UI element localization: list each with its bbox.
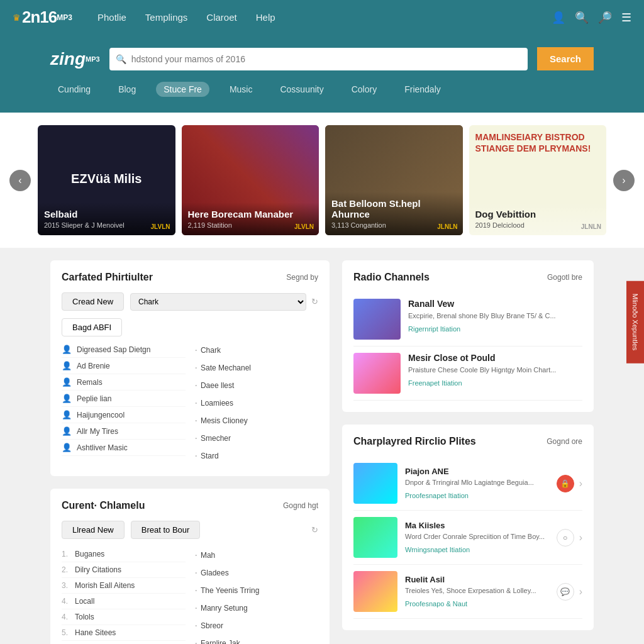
carousel-right-arrow[interactable]: ›	[613, 170, 635, 191]
tab-blog[interactable]: Blog	[111, 82, 143, 97]
carfated-content: 👤Digreased Sap Dietgn 👤Ad Brenie 👤Remals…	[62, 341, 318, 465]
radio-action[interactable]: Gogotl bre	[547, 273, 582, 282]
carfated-dropdown[interactable]: Chark	[130, 293, 306, 311]
current-chart-title: Curent· Chlamelu	[62, 500, 145, 511]
tab-stucefre[interactable]: Stuce Fre	[156, 82, 209, 97]
chart-item-3: Ruelit Asil Treioles Yeš, Shoce Exrpesat…	[353, 565, 582, 619]
list-item: 👤Remals	[62, 374, 186, 391]
user-icon[interactable]: 👤	[552, 11, 565, 25]
chart-arrow-2[interactable]: ›	[579, 532, 582, 543]
radio-item-link-2[interactable]: Freenapet Itiation	[408, 379, 462, 387]
radio-item-2: Mesir Close ot Pould Praisture Chese Coo…	[353, 347, 582, 401]
carfated-dropdown-row: Chark ↻	[130, 292, 318, 311]
carousel-inner: EZVüä Milis Selbaid 2015 Slieper & J Men…	[0, 125, 644, 235]
user-icon: 👤	[62, 394, 72, 403]
hero-tabs: Cunding Blog Stuce Fre Music Cossuunity …	[50, 82, 594, 97]
search-button[interactable]: Search	[537, 47, 594, 70]
list-item: 2.Dilry Citations	[62, 562, 186, 578]
carousel-card-1[interactable]: EZVüä Milis Selbaid 2015 Slieper & J Men…	[38, 125, 175, 235]
nav-templings[interactable]: Templings	[145, 12, 188, 23]
search2-icon[interactable]: 🔎	[598, 11, 612, 25]
radio-item-1: Ranall Vew Excpirie, Brenal shone Bly Bl…	[353, 292, 582, 347]
chart-item-desc-3: Treioles Yeš, Shoce Exrpesation & Lolley…	[405, 586, 549, 596]
menu-icon[interactable]: ☰	[621, 11, 631, 25]
chart-refresh-icon[interactable]: ↻	[311, 525, 318, 535]
logo-text: 2n16	[22, 8, 57, 27]
list-item: Gladees	[195, 564, 319, 582]
list-item: 👤Ashtliver Masic	[62, 440, 186, 456]
circle-icon[interactable]: ○	[557, 529, 574, 547]
chart-col1: 1.Buganes 2.Dilry Citations 3.Morish Eal…	[62, 547, 186, 644]
list-item: 4.Tolols	[62, 609, 186, 625]
nav-help[interactable]: Help	[256, 12, 275, 23]
zing-logo-text: zing	[50, 49, 86, 69]
list-item: Manry Setung	[195, 599, 319, 617]
card1-overlay: Selbaid 2015 Slieper & J Menoivel	[38, 203, 175, 235]
list-item: Farnlire Jak	[195, 635, 319, 644]
charplayed-panel: Charplayred Rirclio Plites Gognd ore Pia…	[342, 425, 594, 630]
nav-claroet[interactable]: Claroet	[206, 12, 236, 23]
list-item: Chark	[195, 341, 319, 359]
carfated-tab2[interactable]: Bagd ABFI	[62, 318, 122, 336]
carousel-left-arrow[interactable]: ‹	[9, 170, 31, 191]
tab-colory[interactable]: Colory	[344, 82, 384, 97]
carfated-tab1[interactable]: Cread New	[62, 292, 124, 311]
carousel-card-2[interactable]: Here Borecam Manaber 2,119 Statition JLV…	[182, 125, 319, 235]
carfated-action[interactable]: Segnd by	[286, 273, 318, 282]
radio-item-desc-2: Praisture Chese Coole Bly Higntgy Moin C…	[408, 365, 582, 375]
carfated-header: Carfated Phirtiulter Segnd by	[62, 272, 318, 283]
chart-arrow-1[interactable]: ›	[579, 478, 582, 489]
list-item: 👤Ad Brenie	[62, 358, 186, 374]
search-nav-icon[interactable]: 🔍	[575, 11, 589, 25]
chart-tab1[interactable]: Llread New	[62, 521, 125, 539]
current-chart-panel: Curent· Chlamelu Gognd hgt Llread New Br…	[50, 489, 330, 644]
radio-thumb-2	[353, 353, 401, 394]
card2-overlay: Here Borecam Manaber 2,119 Statition	[182, 203, 319, 235]
nav-photlie[interactable]: Photlie	[97, 12, 126, 23]
radio-item-link-1[interactable]: Rigernript Itiation	[408, 325, 460, 333]
radio-panel: Radio Channels Gogotl bre Ranall Vew Exc…	[342, 260, 594, 412]
list-item: 6.Lleacbles	[62, 641, 186, 644]
carousel-card-3[interactable]: Bat Belloom St.hepl Ahurnce 3,113 Congan…	[325, 125, 463, 235]
radio-info-2: Mesir Close ot Pould Praisture Chese Coo…	[408, 353, 582, 387]
list-item: Loamiees	[195, 394, 319, 412]
tab-cossuunity[interactable]: Cossuunity	[272, 82, 331, 97]
tab-friendaly[interactable]: Friendaly	[397, 82, 448, 97]
search-input[interactable]	[131, 48, 521, 70]
list-item: 4.Locall	[62, 594, 186, 609]
chart-info-3: Ruelit Asil Treioles Yeš, Shoce Exrpesat…	[405, 575, 549, 608]
chart-item-link-3[interactable]: Proofesnapо & Naut	[405, 600, 467, 608]
current-chart-tabs: Llread New Breat to Bour ↻	[62, 521, 318, 539]
content-left: Carfated Phirtiulter Segnd by Cread New …	[50, 260, 330, 644]
carousel-card-4[interactable]: MAMLINSEIARY BISTROD STIANGE DEM PLRYMAN…	[469, 125, 607, 235]
chart-item-link-1[interactable]: Proofesnapet Itiation	[405, 492, 469, 499]
list-item: 3.Morish Eall Aitens	[62, 578, 186, 594]
zing-mp3-label: MP3	[86, 55, 100, 63]
charplayed-action[interactable]: Gognd ore	[547, 437, 582, 446]
site-logo[interactable]: ♛ 2n16 MP3	[13, 8, 72, 27]
search-row: zing MP3 🔍 Search	[50, 47, 594, 70]
radio-title: Radio Channels	[353, 272, 430, 283]
comment-icon[interactable]: 💬	[557, 583, 574, 601]
content-grid: Carfated Phirtiulter Segnd by Cread New …	[0, 248, 644, 644]
chart-item-1: Piajon ANE Dnpor & Trringiral Mlo Lagiat…	[353, 457, 582, 511]
carfated-refresh-icon[interactable]: ↻	[311, 297, 318, 306]
tab-cunding[interactable]: Cunding	[50, 82, 98, 97]
lock-icon[interactable]: 🔒	[557, 475, 574, 492]
list-item: Smecher	[195, 430, 319, 447]
chart-item-2: Ma Kiisles Word Crder Conrale Spreciitio…	[353, 511, 582, 565]
side-badge[interactable]: Mlinoðo Xepuntles	[626, 281, 644, 364]
list-item: The Yeenis Trring	[195, 582, 319, 599]
chart-arrow-3[interactable]: ›	[579, 586, 582, 597]
chart-thumb-1	[353, 463, 397, 504]
current-chart-action[interactable]: Gognd hgt	[283, 501, 318, 510]
list-item: Stard	[195, 447, 319, 465]
chart-item-title-2: Ma Kiisles	[405, 521, 549, 530]
radio-item-title-1: Ranall Vew	[408, 299, 582, 309]
chart-tab2[interactable]: Breat to Bour	[131, 521, 201, 539]
carfated-tabs: Cread New Chark ↻	[62, 292, 318, 311]
list-item: Mah	[195, 547, 319, 564]
chart-item-desc-2: Word Crder Conrale Spreciition of Time B…	[405, 532, 549, 541]
chart-item-link-2[interactable]: Wrningsnapet Itiation	[405, 546, 470, 553]
tab-music[interactable]: Music	[222, 82, 260, 97]
